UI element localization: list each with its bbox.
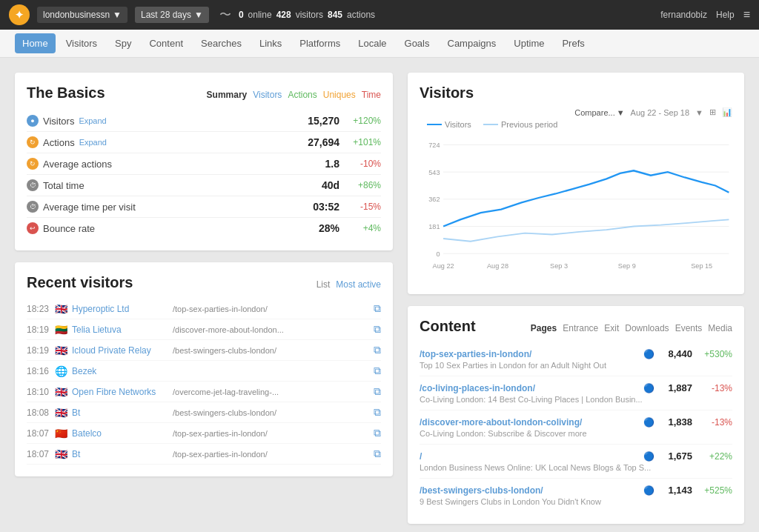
actions-expand[interactable]: Expand [79, 138, 107, 147]
chevron-down-icon: ▼ [617, 108, 625, 117]
visitor-row: 18:07 🇬🇧 Bt /top-sex-parties-in-london/ … [27, 444, 381, 465]
visitor-link-icon[interactable]: ⧉ [374, 427, 381, 439]
visitor-link-icon[interactable]: ⧉ [374, 302, 381, 315]
content-change: +22% [697, 451, 732, 462]
recent-tab-most-active[interactable]: Most active [336, 279, 381, 290]
visitor-link-icon[interactable]: ⧉ [374, 365, 381, 377]
content-tab-entrance[interactable]: Entrance [563, 323, 598, 333]
legend-previous: Previous period [483, 120, 557, 129]
content-change: -13% [697, 383, 732, 393]
export-icon[interactable]: ⊞ [709, 107, 716, 117]
actions-label-text: Actions [43, 137, 75, 148]
content-url[interactable]: /top-sex-parties-in-london/ [420, 349, 639, 359]
visitors-expand[interactable]: Expand [79, 116, 106, 125]
basics-row-total-time: ⏱ Total time 40d +86% [27, 175, 381, 196]
content-url[interactable]: /co-living-places-in-london/ [420, 383, 639, 393]
recent-tabs: List Most active [316, 279, 381, 290]
username-link[interactable]: fernandobiz [660, 10, 707, 20]
visitor-link-icon[interactable]: ⧉ [374, 448, 381, 460]
basics-tab-summary[interactable]: Summary [207, 90, 248, 100]
basics-section: The Basics Summary Visitors Actions Uniq… [15, 73, 393, 250]
basics-title: The Basics [27, 84, 201, 102]
nav-locale[interactable]: Locale [351, 33, 394, 53]
svg-text:724: 724 [428, 142, 440, 149]
bounce-icon: ↩ [27, 222, 39, 234]
content-tab-downloads[interactable]: Downloads [625, 323, 669, 333]
content-tab-exit[interactable]: Exit [604, 323, 619, 333]
legend-line-dashed [483, 124, 498, 125]
nav-uptime[interactable]: Uptime [506, 33, 551, 53]
content-link-icon[interactable]: 🔵 [643, 451, 654, 462]
nav-platforms[interactable]: Platforms [292, 33, 348, 53]
chart-icon[interactable]: 〜 [219, 7, 231, 23]
nav-links[interactable]: Links [252, 33, 289, 53]
visitors-change: +120% [345, 116, 381, 126]
visitor-link-icon[interactable]: ⧉ [374, 385, 381, 398]
svg-text:543: 543 [428, 169, 440, 176]
nav-prefs[interactable]: Prefs [554, 33, 591, 53]
nav-home[interactable]: Home [15, 33, 56, 53]
legend-visitors: Visitors [427, 120, 471, 129]
compare-button[interactable]: Compare... ▼ [574, 108, 624, 117]
avg-actions-value: 1.8 [295, 158, 339, 170]
basics-tab-uniques[interactable]: Uniques [323, 90, 356, 100]
content-url[interactable]: /discover-more-about-london-coliving/ [420, 417, 639, 428]
hamburger-icon[interactable]: ≡ [743, 8, 750, 21]
visitors-label: visitors [296, 10, 323, 20]
live-stats: 0 online 428 visitors 845 actions [239, 10, 375, 20]
content-tab-events[interactable]: Events [675, 323, 703, 333]
basics-tab-time[interactable]: Time [362, 90, 381, 100]
visitor-link-icon[interactable]: ⧉ [374, 406, 381, 419]
nav-content[interactable]: Content [142, 33, 190, 53]
recent-tab-list[interactable]: List [316, 279, 331, 290]
chart-date-range: Aug 22 - Sep 18 [631, 108, 690, 117]
help-link[interactable]: Help [716, 10, 735, 20]
nav-spy[interactable]: Spy [107, 33, 139, 53]
compare-label: Compare... [574, 108, 614, 117]
content-link-icon[interactable]: 🔵 [643, 349, 654, 359]
content-link-icon[interactable]: 🔵 [643, 383, 654, 393]
basics-tab-visitors[interactable]: Visitors [253, 90, 282, 100]
right-panel: Visitors Compare... ▼ Aug 22 - Sep 18 ▼ … [408, 73, 744, 524]
visitor-row: 18:23 🇬🇧 Hyperoptic Ltd /top-sex-parties… [27, 299, 381, 319]
content-change: +530% [697, 349, 732, 359]
visitors-chart-title: Visitors [420, 84, 732, 102]
content-row: /top-sex-parties-in-london/ 🔵 8,440 +530… [420, 342, 732, 376]
content-desc: Co-Living London: Subscribe & Discover m… [420, 429, 732, 438]
basics-row-avg-time: ⏱ Average time per visit 03:52 -15% [27, 196, 381, 218]
content-url[interactable]: /best-swingers-clubs-london/ [420, 485, 639, 496]
content-link-icon[interactable]: 🔵 [643, 417, 654, 428]
visitors-label-text: Visitors [43, 116, 74, 127]
nav-visitors[interactable]: Visitors [59, 33, 105, 53]
content-tab-pages[interactable]: Pages [531, 323, 557, 333]
visitor-row: 18:19 🇬🇧 Icloud Private Relay /best-swin… [27, 340, 381, 361]
visitor-link-icon[interactable]: ⧉ [374, 344, 381, 356]
nav-goals[interactable]: Goals [397, 33, 437, 53]
bounce-label-text: Bounce rate [43, 223, 95, 234]
visitor-link-icon[interactable]: ⧉ [374, 323, 381, 336]
nav-searches[interactable]: Searches [193, 33, 249, 53]
content-desc: 9 Best Swingers Clubs in London You Didn… [420, 497, 732, 506]
content-desc: London Business News Online: UK Local Ne… [420, 463, 732, 472]
chevron-down-icon: ▼ [113, 10, 122, 20]
content-row-top: /best-swingers-clubs-london/ 🔵 1,143 +52… [420, 485, 732, 496]
content-url[interactable]: / [420, 451, 639, 462]
svg-text:0: 0 [436, 250, 440, 258]
chart-legend: Visitors Previous period [420, 120, 732, 129]
content-link-icon[interactable]: 🔵 [643, 485, 654, 496]
bar-chart-icon[interactable]: 📊 [722, 107, 732, 117]
site-selector[interactable]: londonbusinessn ▼ [37, 7, 127, 23]
content-tab-media[interactable]: Media [708, 323, 732, 333]
basics-label-avg-actions: ↻ Average actions [27, 158, 295, 170]
chevron-down-icon: ▼ [695, 108, 703, 117]
left-panel: The Basics Summary Visitors Actions Uniq… [15, 73, 393, 524]
content-row-top: /top-sex-parties-in-london/ 🔵 8,440 +530… [420, 348, 732, 359]
chart-container: 724 543 362 181 0 Aug 22 Aug 28 Sep 3 Se… [420, 132, 732, 282]
nav-campaigns[interactable]: Campaigns [440, 33, 504, 53]
basics-tab-actions[interactable]: Actions [288, 90, 316, 100]
visitors-icon: ● [27, 115, 39, 127]
online-label: online [248, 10, 272, 20]
date-range-selector[interactable]: Last 28 days ▼ [135, 7, 209, 23]
content-count: 1,887 [659, 382, 692, 393]
legend-previous-label: Previous period [501, 120, 557, 129]
